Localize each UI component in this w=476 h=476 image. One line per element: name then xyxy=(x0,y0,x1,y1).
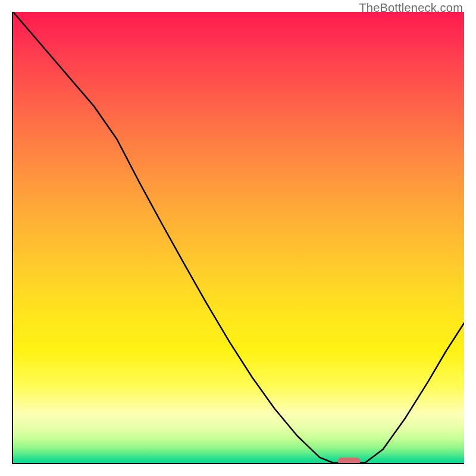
chart-wrapper: TheBottleneck.com xyxy=(0,0,476,476)
curve-layer xyxy=(13,12,464,463)
plot-area xyxy=(12,12,464,464)
bottleneck-curve xyxy=(13,12,464,463)
optimal-marker xyxy=(338,458,361,463)
